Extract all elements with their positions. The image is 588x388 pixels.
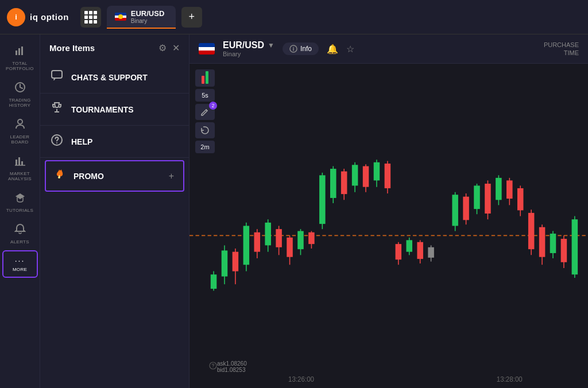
portfolio-icon — [14, 45, 26, 59]
svg-rect-2 — [21, 46, 23, 55]
chart-pair-info: EUR/USD ▼ Binary — [223, 40, 274, 57]
sidebar-label-market-analysis: MARKETANALYSIS — [8, 171, 32, 181]
svg-rect-7 — [21, 161, 23, 165]
svg-text:13:28:00: 13:28:00 — [497, 375, 523, 383]
grid-icon — [84, 11, 97, 24]
candle-type-button[interactable] — [195, 69, 215, 87]
sidebar-item-trading-history[interactable]: TRADINGHISTORY — [2, 77, 38, 112]
svg-rect-72 — [506, 180, 513, 199]
svg-rect-36 — [297, 231, 304, 250]
more-panel-title: More Items — [49, 43, 95, 53]
close-panel-icon[interactable]: ✕ — [172, 42, 180, 53]
svg-point-88 — [212, 367, 213, 367]
chart-type-label: Binary — [223, 51, 274, 57]
svg-rect-64 — [463, 197, 469, 220]
svg-rect-70 — [496, 178, 502, 200]
svg-rect-10 — [52, 71, 62, 78]
svg-point-14 — [56, 142, 57, 143]
svg-rect-84 — [572, 219, 578, 274]
trophy-icon — [51, 102, 63, 117]
svg-rect-76 — [528, 213, 535, 249]
svg-rect-54 — [396, 244, 402, 259]
timeframe-button[interactable]: 5s — [195, 89, 215, 102]
more-panel-actions: ⚙ ✕ — [158, 42, 180, 53]
tab-type-label: Binary — [131, 18, 165, 24]
more-panel: More Items ⚙ ✕ CHATS & SUPPORT — [40, 34, 189, 388]
menu-item-help[interactable]: HELP — [40, 126, 189, 158]
tab-pair-label: EUR/USD — [131, 9, 165, 18]
menu-item-chats-support[interactable]: CHATS & SUPPORT — [40, 61, 189, 94]
grid-button[interactable] — [80, 7, 101, 28]
sidebar-label-alerts: ALERTS — [10, 239, 29, 245]
svg-rect-22 — [222, 250, 228, 276]
bell-icon — [14, 223, 26, 238]
chart-header: EUR/USD ▼ Binary Info 🔔 ☆ PURCHASETIME — [189, 34, 588, 64]
menu-item-tournaments[interactable]: TOURNAMENTS — [40, 94, 189, 126]
chart-bell-icon[interactable]: 🔔 — [327, 44, 338, 55]
clock-icon — [14, 82, 26, 96]
chart-pair-label: EUR/USD — [223, 40, 264, 51]
svg-rect-52 — [385, 164, 391, 188]
more-dots-icon: ··· — [15, 256, 25, 265]
settings-icon[interactable]: ⚙ — [158, 42, 167, 53]
chat-icon — [51, 69, 63, 85]
sidebar-item-market-analysis[interactable]: MARKETANALYSIS — [2, 150, 38, 186]
svg-rect-66 — [474, 185, 480, 209]
svg-rect-24 — [233, 252, 239, 271]
svg-rect-42 — [330, 169, 336, 198]
sidebar-label-tutorials: TUTORIALS — [6, 208, 33, 213]
question-mark-icon[interactable] — [209, 362, 217, 372]
svg-rect-44 — [341, 172, 347, 195]
undo-icon — [200, 125, 210, 135]
sidebar-item-total-portfolio[interactable]: TOTALPORTFOLIO — [2, 40, 38, 76]
chart-star-icon[interactable]: ☆ — [346, 44, 354, 55]
svg-rect-32 — [276, 229, 282, 247]
person-icon — [14, 118, 26, 133]
svg-rect-82 — [561, 239, 567, 262]
bar-chart-icon — [14, 155, 26, 169]
pen-badge: 2 — [209, 102, 217, 110]
menu-item-promo[interactable]: PROMO + — [45, 160, 184, 192]
undo-button[interactable] — [195, 122, 215, 138]
eur-usd-flag — [199, 43, 215, 55]
svg-rect-62 — [452, 195, 458, 226]
main-layout: TOTALPORTFOLIO TRADINGHISTORY LEADERBOAR… — [0, 34, 588, 388]
info-circle-icon — [289, 45, 297, 53]
svg-rect-28 — [254, 232, 261, 252]
svg-rect-60 — [428, 247, 434, 258]
purchase-time-label: PURCHASETIME — [544, 41, 579, 57]
active-tab[interactable]: EUR/USD Binary — [107, 6, 176, 29]
logo-area: i iq option — [7, 8, 69, 26]
svg-rect-20 — [211, 274, 217, 289]
svg-point-17 — [293, 47, 294, 48]
svg-rect-68 — [485, 184, 491, 214]
chart-dropdown-icon[interactable]: ▼ — [268, 41, 274, 49]
svg-point-4 — [18, 119, 22, 124]
tab-flag-icon — [115, 13, 126, 21]
pen-icon — [200, 107, 210, 117]
svg-rect-58 — [417, 242, 423, 259]
svg-rect-50 — [374, 162, 380, 181]
sidebar-label-more: MORE — [13, 267, 27, 272]
add-tab-button[interactable]: + — [181, 7, 202, 28]
pen-tool-button[interactable]: 2 — [195, 104, 215, 120]
sidebar-item-more[interactable]: ··· MORE — [2, 250, 38, 278]
svg-rect-40 — [319, 175, 326, 224]
more-panel-header: More Items ⚙ ✕ — [40, 42, 189, 61]
info-button[interactable]: Info — [283, 42, 319, 55]
svg-rect-26 — [243, 226, 250, 265]
bid-label: bid1.08253 — [217, 367, 247, 373]
chart-svg: 13:26:00 13:28:00 — [189, 64, 588, 388]
sidebar-item-leaderboard[interactable]: LEADERBOARD — [2, 114, 38, 149]
period-button[interactable]: 2m — [195, 141, 215, 153]
svg-rect-34 — [287, 238, 293, 257]
svg-rect-46 — [352, 165, 358, 185]
menu-label-tournaments: TOURNAMENTS — [71, 105, 134, 114]
svg-text:13:26:00: 13:26:00 — [288, 375, 314, 383]
sidebar-item-alerts[interactable]: ALERTS — [2, 219, 38, 249]
chart-area: EUR/USD ▼ Binary Info 🔔 ☆ PURCHASETIME — [189, 34, 588, 388]
help-icon — [51, 134, 63, 149]
graduation-icon — [14, 192, 26, 206]
ask-bid-info: ask1.08260 bid1.08253 — [217, 360, 247, 373]
sidebar-item-tutorials[interactable]: TUTORIALS — [2, 187, 38, 218]
